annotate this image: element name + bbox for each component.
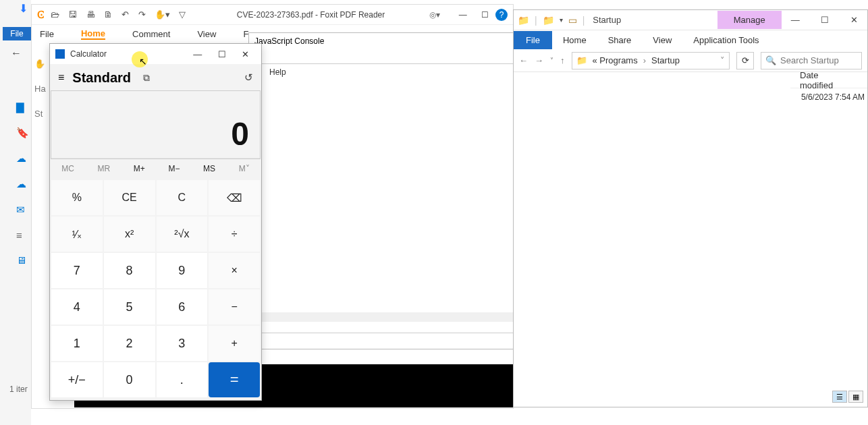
mem-mlist[interactable]: M˅ <box>239 164 250 173</box>
large-icons-view-icon[interactable]: ▦ <box>848 391 863 403</box>
cloud-icon[interactable]: ☁ <box>16 152 29 165</box>
browser-file-tab[interactable]: File <box>3 27 31 40</box>
maximize-icon[interactable]: ☐ <box>811 11 838 29</box>
hand-icon[interactable]: ✋▾ <box>155 9 170 20</box>
key-reciprocal[interactable]: ¹⁄ₓ <box>51 217 103 252</box>
mail-icon[interactable]: ✉ <box>16 204 29 216</box>
tab-file[interactable]: File <box>40 29 54 39</box>
nav-up-icon[interactable]: ↑ <box>560 55 565 65</box>
key-percent[interactable]: % <box>51 180 103 215</box>
chevron-down-icon[interactable]: ▾ <box>560 16 563 24</box>
calc-keypad: % CE C ⌫ ¹⁄ₓ x² ²√x ÷ 7 8 9 × 4 5 6 − 1 … <box>50 179 261 399</box>
key-2[interactable]: 2 <box>104 326 155 361</box>
mem-mc[interactable]: MC <box>61 164 74 173</box>
jsconsole-title: JavaScript Console <box>254 36 324 46</box>
key-divide[interactable]: ÷ <box>209 217 260 252</box>
key-add[interactable]: + <box>209 326 260 361</box>
mem-mr[interactable]: MR <box>98 164 111 173</box>
minimize-icon[interactable]: — <box>459 10 467 20</box>
search-input[interactable]: 🔍 Search Startup <box>761 52 862 69</box>
layers-icon[interactable]: ≡ <box>16 229 29 241</box>
close-icon[interactable]: ✕ <box>235 47 256 62</box>
key-c[interactable]: C <box>157 180 208 215</box>
tab-view[interactable]: View <box>197 29 216 39</box>
print-icon[interactable]: 🖶 <box>86 9 95 20</box>
mem-mminus[interactable]: M− <box>168 164 180 173</box>
key-negate[interactable]: +/− <box>51 362 103 397</box>
key-decimal[interactable]: . <box>157 362 208 397</box>
breadcrumb[interactable]: 📁 « Programs › Startup ˅ <box>572 52 730 69</box>
explorer-title: Startup <box>593 15 621 25</box>
key-9[interactable]: 9 <box>157 253 208 288</box>
bookmark-icon[interactable]: 🔖 <box>16 127 29 139</box>
save-icon[interactable]: 🖫 <box>68 9 77 20</box>
key-square[interactable]: x² <box>104 217 155 252</box>
calc-display: 0 <box>51 91 260 159</box>
key-backspace[interactable]: ⌫ <box>209 180 260 215</box>
maximize-icon[interactable]: ☐ <box>481 10 489 20</box>
icon-blue-1[interactable]: ▇ <box>16 101 29 113</box>
chevron-down-icon[interactable]: ˅ <box>720 55 725 65</box>
help-icon[interactable]: ? <box>495 9 508 21</box>
details-view-icon[interactable]: ☰ <box>832 391 847 403</box>
divider: | <box>582 15 585 26</box>
key-1[interactable]: 1 <box>51 326 103 361</box>
minimize-icon[interactable]: — <box>782 11 809 29</box>
folder-icon-2[interactable]: 📁 <box>543 15 554 26</box>
foxit-side-hand[interactable]: ✋ <box>34 59 46 69</box>
foxit-quick-toolbar: 🗁 🖫 🖶 🗎 ↶ ↷ ✋▾ ▽ <box>51 9 192 20</box>
crumb-programs[interactable]: « Programs <box>593 55 638 65</box>
key-equals[interactable]: = <box>209 362 260 397</box>
nav-back-icon[interactable]: ← <box>519 55 528 65</box>
back-icon[interactable]: ← <box>11 47 22 59</box>
key-6[interactable]: 6 <box>157 289 208 324</box>
doc-icon[interactable]: 🗎 <box>104 9 113 20</box>
download-icon[interactable]: ⬇ <box>19 2 28 15</box>
key-ce[interactable]: CE <box>104 180 155 215</box>
maximize-icon[interactable]: ☐ <box>211 47 233 62</box>
crumb-startup[interactable]: Startup <box>651 55 680 65</box>
history-icon[interactable]: ↺ <box>244 72 253 84</box>
explorer-qat: 📁 | 📁 ▾ ▭ | <box>514 15 585 26</box>
close-icon[interactable]: ✕ <box>841 11 867 29</box>
hamburger-icon[interactable]: ≡ <box>58 72 64 84</box>
ribbon-home[interactable]: Home <box>552 31 597 49</box>
mem-ms[interactable]: MS <box>203 164 215 173</box>
monitor-icon[interactable]: 🖥 <box>16 254 29 266</box>
mem-mplus[interactable]: M+ <box>134 164 145 173</box>
undo-icon[interactable]: ↶ <box>121 9 129 20</box>
keep-on-top-icon[interactable]: ⧉ <box>143 72 150 84</box>
props-icon[interactable]: ▭ <box>568 15 577 26</box>
key-5[interactable]: 5 <box>104 289 155 324</box>
ribbon-apptools[interactable]: Application Tools <box>682 31 769 49</box>
ribbon-view[interactable]: View <box>642 31 682 49</box>
calc-titlebar[interactable]: Calculator — ☐ ✕ <box>50 44 261 64</box>
user-icon[interactable]: ◎▾ <box>429 10 440 20</box>
key-0[interactable]: 0 <box>104 362 155 397</box>
file-row[interactable]: 5/6/2023 7:54 AM <box>801 92 865 102</box>
ribbon-file[interactable]: File <box>514 31 552 49</box>
dropdown-icon[interactable]: ▽ <box>179 9 186 20</box>
col-date[interactable]: Date modified <box>800 70 867 90</box>
refresh-button[interactable]: ⟳ <box>736 52 754 69</box>
tab-comment[interactable]: Comment <box>132 29 170 39</box>
cloud-icon-2[interactable]: ☁ <box>16 178 29 190</box>
key-3[interactable]: 3 <box>157 326 208 361</box>
key-subtract[interactable]: − <box>209 289 260 324</box>
key-sqrt[interactable]: ²√x <box>157 217 208 252</box>
key-7[interactable]: 7 <box>51 253 103 288</box>
key-8[interactable]: 8 <box>104 253 155 288</box>
calculator-window: Calculator — ☐ ✕ ≡ Standard ⧉ ↺ 0 MC MR … <box>49 43 262 401</box>
key-4[interactable]: 4 <box>51 289 103 324</box>
minimize-icon[interactable]: — <box>186 47 209 62</box>
explorer-viewbar: ☰ ▦ <box>832 391 863 403</box>
key-multiply[interactable]: × <box>209 253 260 288</box>
ribbon-manage[interactable]: Manage <box>717 11 782 29</box>
redo-icon[interactable]: ↷ <box>138 9 146 20</box>
nav-forward-icon[interactable]: → <box>535 55 543 65</box>
tab-home[interactable]: Home <box>81 28 105 40</box>
folder-icon[interactable]: 📁 <box>518 15 529 26</box>
open-icon[interactable]: 🗁 <box>51 9 59 20</box>
nav-recent-icon[interactable]: ˅ <box>550 57 553 64</box>
ribbon-share[interactable]: Share <box>597 31 643 49</box>
